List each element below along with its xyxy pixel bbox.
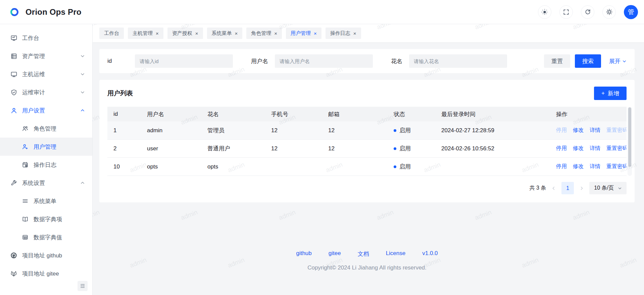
tab-close-icon[interactable]: × bbox=[274, 31, 277, 36]
tab-close-icon[interactable]: × bbox=[314, 31, 317, 36]
sidebar-item-operation-log[interactable]: 操作日志 bbox=[0, 156, 92, 174]
footer-link-version[interactable]: v1.0.0 bbox=[422, 250, 438, 258]
user-avatar[interactable]: 管 bbox=[624, 5, 638, 19]
sidebar-item-system-menu[interactable]: 系统菜单 bbox=[0, 192, 92, 210]
cell-actions: 停用 修改 详情 重置密码 分配角色 删除 bbox=[550, 163, 627, 170]
calendar-clock-icon bbox=[21, 161, 29, 168]
sidebar-item-user-management[interactable]: 用户管理 bbox=[0, 138, 92, 156]
sidebar-item-user-settings[interactable]: 用户设置 bbox=[0, 101, 92, 119]
disable-link[interactable]: 停用 bbox=[556, 145, 567, 152]
sidebar-item-dict-value[interactable]: 数据字典值 bbox=[0, 228, 92, 246]
detail-link[interactable]: 详情 bbox=[590, 145, 600, 152]
tab-role-management[interactable]: 角色管理 × bbox=[246, 28, 282, 39]
tab-asset-auth[interactable]: 资产授权 × bbox=[167, 28, 203, 39]
desktop-icon bbox=[10, 70, 17, 78]
footer-link-github[interactable]: github bbox=[296, 250, 311, 258]
cell-status: 启用 bbox=[388, 127, 425, 134]
edit-link[interactable]: 修改 bbox=[573, 127, 584, 134]
expand-toggle[interactable]: 展开 bbox=[609, 57, 627, 65]
tab-host-management[interactable]: 主机管理 × bbox=[128, 28, 163, 39]
page-number-button[interactable]: 1 bbox=[561, 182, 574, 194]
tab-close-icon[interactable]: × bbox=[156, 31, 159, 36]
pagination: 共 3 条 1 10 条/页 bbox=[107, 182, 627, 194]
tab-user-management[interactable]: 用户管理 × bbox=[286, 28, 321, 39]
footer-link-license[interactable]: License bbox=[386, 250, 406, 258]
monitor-chart-icon bbox=[10, 34, 17, 42]
sidebar-item-host-ops[interactable]: 主机运维 bbox=[0, 65, 92, 83]
tab-label: 用户管理 bbox=[291, 30, 311, 37]
sidebar-item-label: 项目地址 gitee bbox=[22, 270, 59, 278]
chevron-down-icon bbox=[80, 54, 85, 58]
prev-page-button[interactable] bbox=[551, 186, 556, 191]
edit-link[interactable]: 修改 bbox=[573, 145, 584, 152]
detail-link[interactable]: 详情 bbox=[590, 127, 600, 134]
search-button[interactable]: 搜索 bbox=[575, 54, 601, 68]
sidebar-item-role-management[interactable]: 角色管理 bbox=[0, 119, 92, 138]
table-row: 10 opts opts 启用 停用 修改 详情 重置密码 bbox=[107, 158, 627, 176]
disable-link[interactable]: 停用 bbox=[556, 127, 567, 134]
cell-id: 10 bbox=[107, 163, 141, 170]
id-label: id bbox=[107, 58, 128, 64]
app-header: Orion Ops Pro bbox=[0, 0, 644, 24]
tab-label: 系统菜单 bbox=[212, 30, 232, 37]
next-page-button[interactable] bbox=[579, 186, 584, 191]
page-footer: github gitee 文档 License v1.0.0 Copyright… bbox=[99, 250, 635, 280]
tab-close-icon[interactable]: × bbox=[353, 31, 356, 36]
user-table: id 用户名 花名 手机号 邮箱 状态 最后登录时间 操作 1 admin 管理… bbox=[107, 107, 627, 176]
sidebar-item-gitee-link[interactable]: 项目地址 gitee bbox=[0, 264, 92, 283]
tab-close-icon[interactable]: × bbox=[195, 31, 198, 36]
footer-link-docs[interactable]: 文档 bbox=[358, 250, 369, 258]
footer-link-gitee[interactable]: gitee bbox=[329, 250, 341, 258]
cell-id: 1 bbox=[107, 127, 141, 134]
sidebar-item-system-settings[interactable]: 系统设置 bbox=[0, 174, 92, 192]
sidebar-collapse-button[interactable] bbox=[78, 281, 88, 291]
sidebar-item-assets[interactable]: 资产管理 bbox=[0, 47, 92, 65]
app-logo: Orion Ops Pro bbox=[8, 6, 82, 18]
tab-close-icon[interactable]: × bbox=[235, 31, 238, 36]
col-actions: 操作 bbox=[550, 110, 627, 118]
username-input[interactable] bbox=[275, 54, 373, 68]
reset-password-link[interactable]: 重置密码 bbox=[606, 163, 627, 170]
tab-workbench[interactable]: 工作台 bbox=[99, 28, 124, 39]
cell-last-login: 2024-02-27 12:28:59 bbox=[425, 127, 550, 134]
status-dot bbox=[394, 147, 396, 150]
reset-password-link[interactable]: 重置密码 bbox=[606, 127, 627, 134]
page-size-select[interactable]: 10 条/页 bbox=[589, 182, 627, 194]
plus-icon: + bbox=[601, 90, 605, 97]
scrollbar-thumb[interactable] bbox=[628, 107, 631, 167]
sidebar-item-label: 项目地址 github bbox=[22, 252, 62, 259]
table-scrollbar[interactable] bbox=[628, 107, 632, 176]
table-row: 2 user 普通用户 12 12 启用 2024-02-26 10:56:52… bbox=[107, 140, 627, 158]
refresh-icon bbox=[584, 8, 591, 15]
cell-status: 启用 bbox=[388, 145, 425, 152]
chevron-up-icon bbox=[80, 181, 85, 185]
col-id: id bbox=[107, 111, 141, 117]
sidebar-item-label: 运维审计 bbox=[22, 89, 45, 96]
cell-last-login: 2024-02-26 10:56:52 bbox=[425, 145, 550, 152]
sidebar-item-label: 资产管理 bbox=[22, 52, 45, 60]
settings-button[interactable] bbox=[602, 5, 616, 19]
theme-toggle-button[interactable] bbox=[538, 5, 551, 19]
expand-label: 展开 bbox=[609, 57, 621, 65]
refresh-button[interactable] bbox=[581, 5, 594, 19]
sidebar-item-dict-item[interactable]: 数据字典项 bbox=[0, 210, 92, 228]
add-user-button[interactable]: + 新增 bbox=[594, 87, 627, 100]
app-title: Orion Ops Pro bbox=[26, 7, 82, 17]
sidebar-item-workbench[interactable]: 工作台 bbox=[0, 29, 92, 47]
reset-button[interactable]: 重置 bbox=[544, 54, 570, 68]
edit-link[interactable]: 修改 bbox=[573, 163, 584, 170]
sidebar-item-audit[interactable]: 运维审计 bbox=[0, 83, 92, 101]
detail-link[interactable]: 详情 bbox=[590, 163, 600, 170]
reset-password-link[interactable]: 重置密码 bbox=[606, 145, 627, 152]
tab-system-menu[interactable]: 系统菜单 × bbox=[207, 28, 243, 39]
cell-username: user bbox=[141, 145, 201, 152]
fullscreen-button[interactable] bbox=[559, 5, 573, 19]
nickname-input[interactable] bbox=[409, 54, 507, 68]
sidebar-item-github-link[interactable]: 项目地址 github bbox=[0, 246, 92, 264]
tab-operation-log[interactable]: 操作日志 × bbox=[326, 28, 361, 39]
col-last-login: 最后登录时间 bbox=[425, 110, 550, 118]
avatar-text: 管 bbox=[628, 8, 634, 16]
id-input[interactable] bbox=[135, 54, 233, 68]
disable-link[interactable]: 停用 bbox=[556, 163, 567, 170]
sun-icon bbox=[541, 8, 548, 16]
